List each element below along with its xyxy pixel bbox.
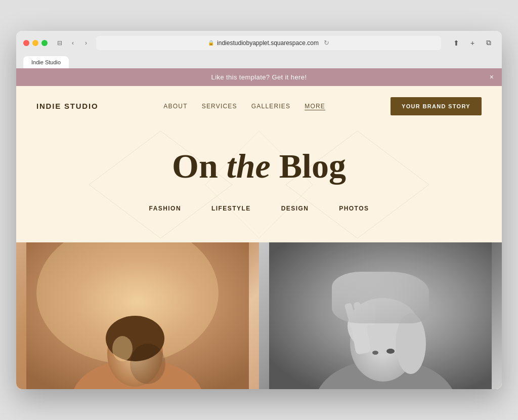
forward-button[interactable]: › [81,38,91,48]
hero-title-blog: Blog [271,147,346,185]
svg-rect-19 [362,303,369,326]
banner-text: Like this template? Get it here! [211,73,307,81]
lock-icon: 🔒 [208,40,214,46]
tab-bar: Indie Studio [23,56,495,68]
svg-rect-20 [368,305,376,326]
svg-point-9 [112,336,133,361]
category-design[interactable]: DESIGN [281,205,309,212]
browser-controls: ⊟ ‹ › [55,38,91,48]
promo-banner: Like this template? Get it here! × [16,68,502,86]
brand-story-button[interactable]: YOUR BRAND STORY [391,97,482,115]
close-button[interactable] [23,40,29,46]
sidebar-button[interactable]: ⧉ [483,37,495,49]
category-fashion[interactable]: FASHION [149,205,181,212]
nav-about[interactable]: ABOUT [163,103,187,110]
blog-post-1-image [16,242,259,389]
active-tab[interactable]: Indie Studio [23,56,69,68]
hero-title-the: the [227,147,271,185]
hero-section: On the Blog FASHION LIFESTYLE DESIGN PHO… [16,127,502,243]
blog-grid [16,242,502,389]
hero-title-on: On [172,147,227,185]
browser-window: ⊟ ‹ › 🔒 indiestudiobyapplet.squarespace.… [16,31,502,390]
svg-point-22 [372,351,378,355]
category-photos[interactable]: PHOTOS [339,205,369,212]
blog-post-1[interactable] [16,242,259,389]
refresh-icon[interactable]: ↻ [324,39,329,47]
browser-chrome: ⊟ ‹ › 🔒 indiestudiobyapplet.squarespace.… [16,31,502,68]
window-mode-button[interactable]: ⊟ [55,38,65,48]
svg-point-8 [130,344,165,384]
site-nav: ABOUT SERVICES GALLERIES MORE [163,103,325,110]
url-text: indiestudiobyapplet.squarespace.com [217,39,319,47]
site-logo[interactable]: INDIE STUDIO [36,102,98,110]
minimize-button[interactable] [32,40,38,46]
hero-title: On the Blog [36,147,482,185]
blog-post-2[interactable] [259,242,502,389]
svg-point-15 [396,313,426,374]
share-button[interactable]: ⬆ [450,37,462,49]
website-content: Like this template? Get it here! × INDIE… [16,68,502,390]
banner-close-button[interactable]: × [490,73,494,80]
maximize-button[interactable] [41,40,48,46]
address-bar[interactable]: 🔒 indiestudiobyapplet.squarespace.com ↻ [96,36,441,50]
blog-categories: FASHION LIFESTYLE DESIGN PHOTOS [36,200,482,227]
browser-actions: ⬆ + ⧉ [450,37,495,49]
back-button[interactable]: ‹ [68,38,78,48]
nav-more[interactable]: MORE [305,103,325,110]
category-lifestyle[interactable]: LIFESTYLE [211,205,251,212]
svg-point-21 [386,349,395,354]
new-tab-button[interactable]: + [466,37,479,49]
blog-post-2-image [259,242,502,389]
site-header: INDIE STUDIO ABOUT SERVICES GALLERIES MO… [16,86,502,127]
nav-galleries[interactable]: GALLERIES [251,103,291,110]
traffic-lights [23,40,48,46]
nav-services[interactable]: SERVICES [202,103,237,110]
